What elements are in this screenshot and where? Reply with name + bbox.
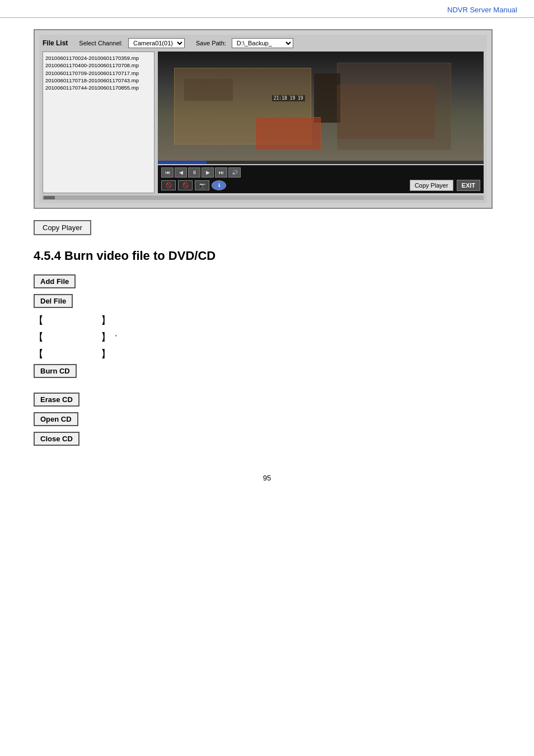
info-icon: ℹ — [218, 183, 220, 188]
file-list-pane: 20100601170024-20100601170359.mp 2010060… — [43, 52, 154, 193]
snapshot-icon: 📷 — [199, 183, 205, 188]
channel-select[interactable]: Camera01(01) — [128, 38, 185, 48]
close-cd-button[interactable]: Close CD — [34, 432, 79, 446]
bracket-close-1: 】 — [101, 314, 112, 327]
controls-bar: ⏮ ◀ ⏸ ▶ ⏭ — [158, 165, 484, 193]
panel-content-area: 20100601170024-20100601170359.mp 2010060… — [43, 52, 484, 193]
skip-forward-button[interactable]: ⏭ — [215, 167, 227, 178]
burn-cd-button[interactable]: Burn CD — [34, 364, 77, 378]
file-entry-1[interactable]: 20100601170024-20100601170359.mp — [45, 54, 152, 62]
block-x2-button[interactable]: 🚫 — [178, 180, 193, 190]
playback-controls-row: ⏮ ◀ ⏸ ▶ ⏭ — [161, 167, 480, 178]
bracket-content-1 — [45, 315, 101, 325]
file-list-label: File List — [43, 39, 68, 47]
save-path-label: Save Path: — [196, 40, 226, 46]
bracket-close-2: 】 — [101, 330, 112, 344]
file-entry-5[interactable]: 20100601170744-20100601170855.mp — [45, 84, 152, 91]
page-number: 95 — [34, 474, 500, 482]
block-x1-icon: 🚫 — [166, 183, 172, 188]
prev-frame-button[interactable]: ◀ — [175, 167, 187, 178]
file-entry-3[interactable]: 20100601170709-20100601170717.mp — [45, 69, 152, 77]
exit-button[interactable]: EXIT — [457, 180, 480, 191]
skip-to-start-button[interactable]: ⏮ — [161, 167, 174, 178]
ui-buttons-section: Add File Del File 【 】 【 】 ' 【 】 Burn CD … — [34, 274, 500, 451]
bracket-open-3: 【 — [34, 347, 45, 361]
volume-button[interactable]: 🔊 — [228, 167, 241, 178]
panel-action-buttons: Copy Player EXIT — [410, 180, 480, 191]
panel-scrollbar-thumb — [44, 196, 55, 199]
close-cd-row: Close CD — [34, 432, 500, 451]
video-preview: 21:18 19 19 — [158, 52, 484, 161]
page-header: NDVR Server Manual — [0, 0, 534, 18]
volume-icon: 🔊 — [232, 170, 238, 175]
skip-forward-icon: ⏭ — [219, 170, 224, 175]
bracket-row-2: 【 】 ' — [34, 330, 500, 344]
bracket-content-2 — [45, 332, 101, 342]
progress-bar[interactable] — [158, 161, 484, 164]
open-cd-row: Open CD — [34, 412, 500, 432]
panel-scrollbar[interactable] — [43, 195, 484, 200]
bracket-comma-2: ' — [115, 333, 116, 342]
pause-button[interactable]: ⏸ — [188, 167, 200, 178]
del-file-row: Del File — [34, 294, 500, 314]
burn-cd-row: Burn CD — [34, 364, 500, 384]
pause-icon: ⏸ — [192, 170, 197, 175]
erase-cd-button[interactable]: Erase CD — [34, 393, 79, 407]
bracket-content-3 — [45, 349, 101, 359]
add-file-button[interactable]: Add File — [34, 274, 76, 288]
play-icon: ▶ — [206, 170, 210, 175]
video-section: 21:18 19 19 ⏮ ◀ — [158, 52, 484, 193]
copy-player-section: Copy Player — [34, 220, 500, 235]
screenshot-panel: File List Select Channel: Camera01(01) S… — [34, 29, 493, 209]
play-button[interactable]: ▶ — [202, 167, 214, 178]
copy-player-button[interactable]: Copy Player — [410, 180, 453, 191]
bracket-open-2: 【 — [34, 330, 45, 344]
manual-title-link[interactable]: NDVR Server Manual — [447, 6, 517, 14]
snapshot-button[interactable]: 📷 — [195, 180, 209, 190]
bracket-row-3: 【 】 — [34, 347, 500, 361]
skip-to-start-icon: ⏮ — [165, 170, 170, 175]
file-entry-4[interactable]: 20100601170718-20100601170743.mp — [45, 77, 152, 84]
block-x2-icon: 🚫 — [182, 183, 189, 188]
block-x1-button[interactable]: 🚫 — [161, 180, 176, 190]
page-content: File List Select Channel: Camera01(01) S… — [0, 18, 534, 505]
progress-fill — [158, 161, 207, 164]
extra-controls-row: 🚫 🚫 📷 ℹ — [161, 180, 480, 191]
save-path-select[interactable]: D:\_Backup_ — [232, 38, 293, 48]
section-heading: 4.5.4 Burn video file to DVD/CD — [34, 249, 500, 263]
select-channel-label: Select Channel: — [79, 40, 123, 46]
spacer — [34, 384, 500, 393]
bracket-open-1: 【 — [34, 314, 45, 327]
prev-frame-icon: ◀ — [179, 170, 183, 175]
del-file-button[interactable]: Del File — [34, 294, 73, 308]
extra-controls-left: 🚫 🚫 📷 ℹ — [161, 180, 226, 190]
info-button[interactable]: ℹ — [212, 180, 226, 190]
erase-cd-row: Erase CD — [34, 393, 500, 412]
open-cd-button[interactable]: Open CD — [34, 412, 78, 426]
copy-player-standalone-button[interactable]: Copy Player — [34, 220, 91, 235]
panel-inner: File List Select Channel: Camera01(01) S… — [39, 35, 487, 203]
file-entry-2[interactable]: 20100601170400-20100601170708.mp — [45, 62, 152, 69]
bracket-close-3: 】 — [101, 347, 112, 361]
add-file-row: Add File — [34, 274, 500, 294]
panel-topbar: File List Select Channel: Camera01(01) S… — [43, 38, 484, 48]
bracket-row-1: 【 】 — [34, 314, 500, 327]
